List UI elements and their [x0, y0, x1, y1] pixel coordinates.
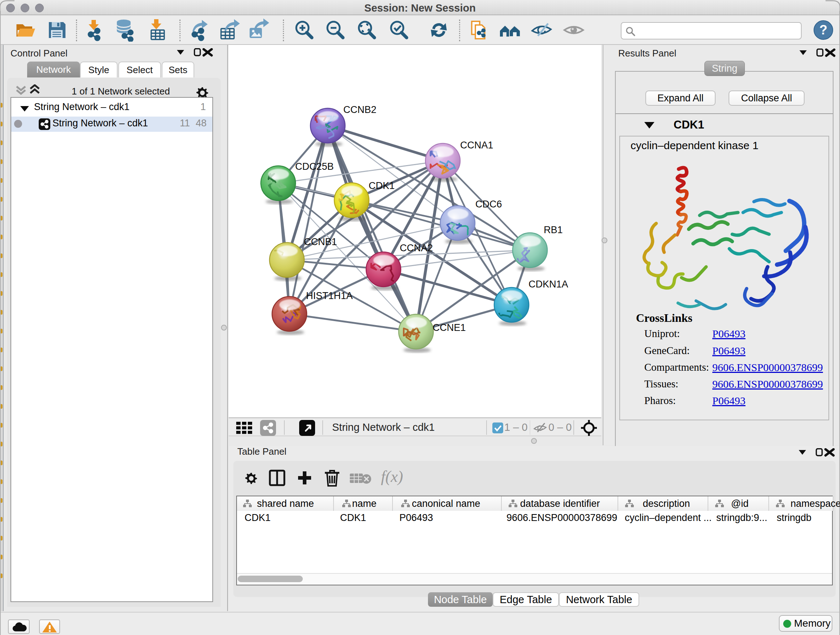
svg-text:?: ? — [819, 22, 827, 37]
